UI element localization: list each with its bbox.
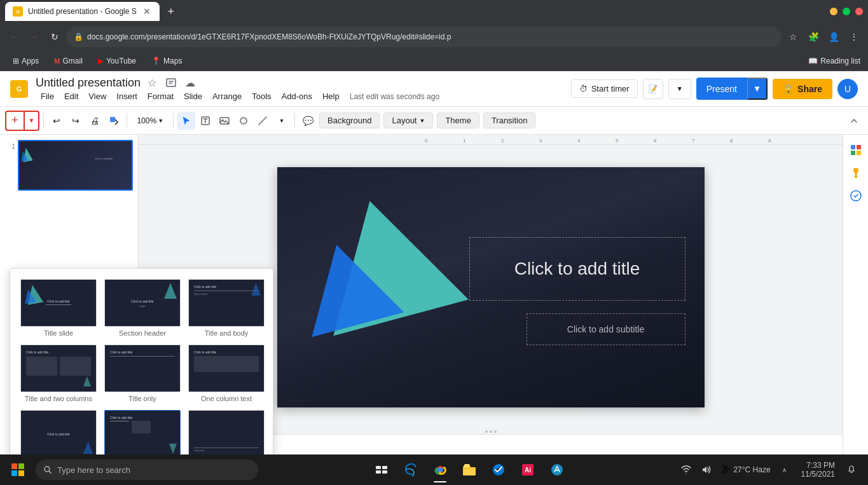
- reading-list-button[interactable]: 📖 Reading list: [808, 57, 860, 65]
- start-timer-button[interactable]: ⏱ Start timer: [571, 79, 638, 98]
- tasks-sidebar-button[interactable]: [846, 186, 866, 206]
- star-button[interactable]: ☆: [144, 75, 160, 90]
- toolbar-collapse-button[interactable]: [845, 112, 863, 130]
- forward-button[interactable]: →: [25, 28, 43, 46]
- slide-canvas[interactable]: Click to add title Click to add subtitle: [277, 167, 705, 407]
- layout-item-title-body[interactable]: Click to add title Click to add text Tit…: [188, 279, 265, 337]
- profile-button[interactable]: 👤: [825, 28, 843, 46]
- start-button[interactable]: [3, 454, 33, 485]
- active-tab[interactable]: G Untitled presentation - Google S ✕: [5, 2, 160, 21]
- taskbar-search-box[interactable]: Type here to search: [36, 460, 258, 480]
- text-tool-button[interactable]: [196, 112, 214, 130]
- slide-thumbnail-1[interactable]: 1 Click to add title: [5, 140, 133, 191]
- menu-slide[interactable]: Slide: [179, 90, 207, 102]
- bookmark-button[interactable]: ☆: [784, 28, 802, 46]
- layout-item-title-slide[interactable]: Click to add title Title slide: [20, 279, 97, 337]
- taskbar-app5-button[interactable]: [485, 456, 513, 484]
- notification-button[interactable]: [843, 461, 860, 479]
- present-button[interactable]: Present: [696, 78, 747, 100]
- line-tool-button[interactable]: [254, 112, 272, 130]
- svg-text:8: 8: [730, 138, 733, 144]
- more-options-button[interactable]: ▼: [668, 79, 691, 99]
- bookmark-youtube[interactable]: ▶ YouTube: [93, 54, 141, 68]
- menu-file[interactable]: File: [36, 90, 59, 102]
- document-title[interactable]: Untitled presentation: [36, 76, 141, 90]
- taskbar-app6-button[interactable]: Ai: [514, 456, 542, 484]
- slide-title-text[interactable]: Click to add title: [514, 259, 640, 279]
- layout-thumb-title-body[interactable]: Click to add title Click to add text: [188, 279, 265, 327]
- move-to-drive-button[interactable]: [163, 75, 179, 90]
- network-icon[interactable]: [677, 461, 695, 479]
- taskbar-edge-button[interactable]: [397, 456, 425, 484]
- shapes-tool-button[interactable]: [235, 112, 252, 130]
- undo-button[interactable]: ↩: [48, 112, 65, 130]
- layout-thumb-section-header[interactable]: Click to add title subtitle: [104, 279, 181, 327]
- share-button[interactable]: 🔒 Share: [773, 79, 832, 99]
- slide-title-placeholder[interactable]: Click to add title: [469, 237, 685, 301]
- transition-button[interactable]: Transition: [483, 113, 536, 128]
- layout-item-one-column[interactable]: Click to add title One column text: [188, 345, 265, 402]
- layout-thumb-title-only[interactable]: Click to add title: [104, 345, 181, 392]
- taskbar-taskview-button[interactable]: [368, 456, 396, 484]
- comment-button[interactable]: 💬: [299, 112, 317, 130]
- back-button[interactable]: ←: [5, 28, 23, 46]
- more-button[interactable]: ⋮: [845, 28, 863, 46]
- chevron-expand-icon[interactable]: ∧: [776, 461, 794, 479]
- line-dropdown-button[interactable]: ▼: [273, 112, 291, 130]
- layout-thumb-main-point[interactable]: Click to add title: [20, 410, 97, 458]
- theme-button[interactable]: Theme: [437, 113, 479, 128]
- cursor-tool-button[interactable]: [177, 112, 195, 130]
- menu-tools[interactable]: Tools: [247, 90, 276, 102]
- layout-thumb-caption[interactable]: Caption text: [188, 410, 265, 458]
- minimize-button[interactable]: [830, 8, 837, 15]
- explore-sidebar-button[interactable]: [846, 140, 866, 160]
- taskbar-clock[interactable]: 7:33 PM 11/5/2021: [796, 461, 840, 479]
- layout-thumb-title-slide[interactable]: Click to add title: [20, 279, 97, 327]
- layout-label-one-column: One column text: [201, 395, 252, 402]
- user-avatar[interactable]: U: [837, 79, 858, 99]
- layout-thumb-section-title-desc[interactable]: Click to add title: [104, 410, 181, 458]
- extensions-button[interactable]: 🧩: [804, 28, 822, 46]
- taskbar-chrome-button[interactable]: [426, 456, 454, 484]
- layout-item-section-header[interactable]: Click to add title subtitle Section head…: [104, 279, 181, 337]
- menu-format[interactable]: Format: [142, 90, 179, 102]
- speaker-notes-button[interactable]: 📝: [643, 79, 663, 99]
- slide-subtitle-placeholder[interactable]: Click to add subtitle: [527, 313, 685, 345]
- new-tab-button[interactable]: +: [162, 3, 180, 20]
- image-tool-button[interactable]: [216, 112, 233, 130]
- zoom-control[interactable]: 100% ▼: [131, 113, 169, 128]
- present-dropdown-arrow[interactable]: ▼: [747, 78, 768, 100]
- address-bar[interactable]: 🔒 docs.google.com/presentation/d/1eGTXE6…: [66, 27, 782, 47]
- taskbar-explorer-button[interactable]: [455, 456, 483, 484]
- menu-view[interactable]: View: [83, 90, 111, 102]
- maximize-button[interactable]: [843, 8, 850, 15]
- menu-help[interactable]: Help: [317, 90, 345, 102]
- menu-arrange[interactable]: Arrange: [207, 90, 247, 102]
- layout-thumb-one-column[interactable]: Click to add title: [188, 345, 265, 392]
- print-button[interactable]: 🖨: [86, 112, 104, 130]
- bookmark-maps[interactable]: 📍 Maps: [146, 54, 187, 68]
- weather-widget[interactable]: 🌫 27°C Haze: [718, 464, 773, 475]
- cloud-save-button[interactable]: ☁: [183, 75, 198, 90]
- menu-addons[interactable]: Add-ons: [277, 90, 317, 102]
- background-button[interactable]: Background: [319, 113, 380, 128]
- bookmark-gmail[interactable]: M Gmail: [49, 54, 88, 68]
- keep-sidebar-button[interactable]: [846, 163, 866, 183]
- slide-subtitle-text[interactable]: Click to add subtitle: [567, 324, 644, 334]
- layout-button[interactable]: Layout ▼: [383, 113, 433, 128]
- slide-thumb-1[interactable]: Click to add title: [18, 140, 133, 191]
- refresh-button[interactable]: ↻: [46, 28, 64, 46]
- add-slide-button[interactable]: + ▼: [5, 111, 39, 131]
- taskbar-app7-button[interactable]: [543, 456, 571, 484]
- menu-edit[interactable]: Edit: [59, 90, 83, 102]
- volume-icon[interactable]: [698, 461, 715, 479]
- layout-item-title-only[interactable]: Click to add title Title only: [104, 345, 181, 402]
- layout-item-two-columns[interactable]: Click to add title Title and two columns: [20, 345, 97, 402]
- close-button[interactable]: [855, 8, 863, 15]
- paint-format-button[interactable]: [105, 112, 123, 130]
- layout-thumb-two-columns[interactable]: Click to add title: [20, 345, 97, 392]
- bookmark-apps[interactable]: ⊞ Apps: [8, 54, 44, 68]
- tab-close-button[interactable]: ✕: [142, 6, 152, 17]
- menu-insert[interactable]: Insert: [111, 90, 142, 102]
- redo-button[interactable]: ↪: [67, 112, 85, 130]
